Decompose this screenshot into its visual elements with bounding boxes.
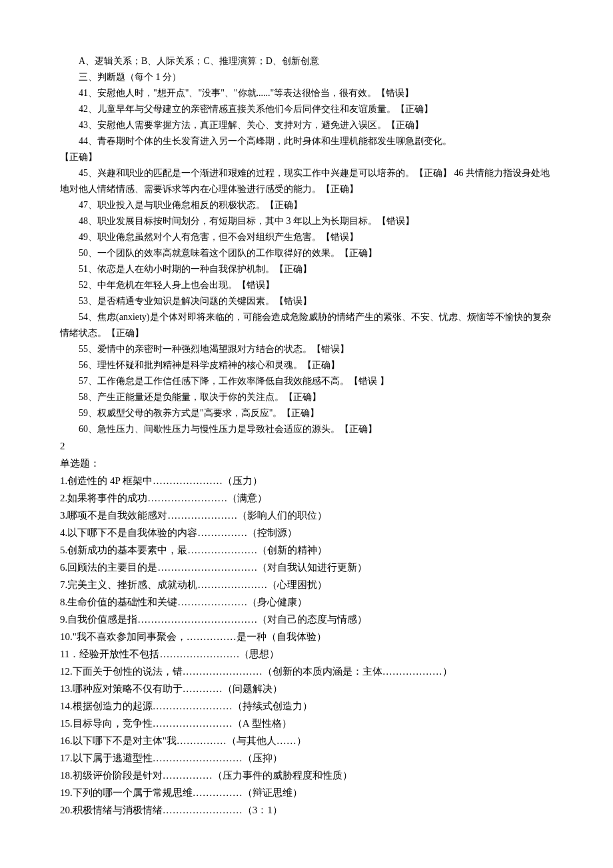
mc-question: 1.创造性的 4P 框架中…………………（压力） bbox=[60, 472, 553, 489]
judge-item: 60、急性压力、间歇性压力与慢性压力是导致社会适应的源头。【正确】 bbox=[60, 421, 553, 437]
mc-question: 14.根据创造力的起源……………………（持续式创造力） bbox=[60, 697, 553, 715]
judge-item: 58、产生正能量还是负能量，取决于你的关注点。【正确】 bbox=[60, 389, 553, 405]
judge-item: 47、职业投入是与职业倦怠相反的积极状态。【正确】 bbox=[60, 197, 553, 213]
judge-item: 53、是否精通专业知识是解决问题的关键因素。【错误】 bbox=[60, 293, 553, 309]
mc-options: A、逻辑关系；B、人际关系；C、推理演算；D、创新创意 bbox=[60, 53, 553, 69]
mc-question: 20.积极情绪与消极情绪……………………（3：1） bbox=[60, 801, 553, 819]
mc-question: 5.创新成功的基本要素中，最…………………（创新的精神） bbox=[60, 541, 553, 559]
mc-question: 2.如果将事件的成功……………………（满意） bbox=[60, 489, 553, 507]
judge-item: 57、工作倦怠是工作信任感下降，工作效率降低自我效能感不高。【错误 】 bbox=[60, 373, 553, 389]
judge-item: 49、职业倦怠虽然对个人有危害，但不会对组织产生危害。【错误】 bbox=[60, 229, 553, 245]
mc-question: 11．经验开放性不包括……………………（思想） bbox=[60, 645, 553, 663]
judge-item: 52、中年危机在年轻人身上也会出现。【错误】 bbox=[60, 277, 553, 293]
judge-item: 41、安慰他人时，"想开点"、"没事"、"你就......"等表达很恰当，很有效… bbox=[60, 85, 553, 101]
judge-item: 51、依恋是人在幼小时期的一种自我保护机制。【正确】 bbox=[60, 261, 553, 277]
section2-number: 2 bbox=[60, 437, 553, 455]
judge-item: 42、儿童早年与父母建立的亲密情感直接关系他们今后同伴交往和友谊质量。【正确】 bbox=[60, 101, 553, 117]
judge-item-45-46: 45、兴趣和职业的匹配是一个渐进和艰难的过程，现实工作中兴趣是可以培养的。【正确… bbox=[60, 165, 553, 197]
mc-question: 16.以下哪下不是对主体"我……………（与其他人……） bbox=[60, 732, 553, 749]
mc-question: 17.以下属于逃避型性………………………（压抑） bbox=[60, 749, 553, 767]
mc-question: 9.自我价值感是指………………………………（对自己的态度与情感） bbox=[60, 611, 553, 628]
judge-item: 44、青春期时个体的生长发育进入另一个高峰期，此时身体和生理机能都发生聊急剧变化… bbox=[60, 133, 553, 149]
judge-item-tail: 【正确】 bbox=[60, 149, 553, 165]
judge-item: 59、权威型父母的教养方式是"高要求，高反应"。【正确】 bbox=[60, 405, 553, 421]
mc-question: 10."我不喜欢参加同事聚会，……………是一种（自我体验） bbox=[60, 628, 553, 645]
mc-question: 19.下列的哪一个属于常规思维……………（辩证思维） bbox=[60, 784, 553, 801]
mc-question: 12.下面关于创性的说法，错……………………（创新的本质内涵是：主体………………… bbox=[60, 663, 553, 680]
mc-question: 8.生命价值的基础性和关键…………………（身心健康） bbox=[60, 593, 553, 611]
section2-heading: 单选题： bbox=[60, 455, 553, 472]
judge-item: 56、理性怀疑和批判精神是科学皮精神的核心和灵魂。【正确】 bbox=[60, 357, 553, 373]
mc-question: 3.哪项不是自我效能感对…………………（影响人们的职位） bbox=[60, 507, 553, 524]
judge-item: 50、一个团队的效率高就意味着这个团队的工作取得好的效果。【正确】 bbox=[60, 245, 553, 261]
judge-item: 55、爱情中的亲密时一种强烈地渴望跟对方结合的状态。【错误】 bbox=[60, 341, 553, 357]
mc-question: 13.哪种应对策略不仅有助于…………（问题解决） bbox=[60, 680, 553, 697]
mc-question: 6.回顾法的主要目的是…………………………（对自我认知进行更新） bbox=[60, 559, 553, 576]
judge-item: 48、职业发展目标按时间划分，有短期目标，其中 3 年以上为长期目标。【错误】 bbox=[60, 213, 553, 229]
judge-item-54: 54、焦虑(anxiety)是个体对即将来临的，可能会造成危险威胁的情绪产生的紧… bbox=[60, 309, 553, 341]
judge-item: 43、安慰他人需要掌握方法，真正理解、关心、支持对方，避免进入误区。【正确】 bbox=[60, 117, 553, 133]
mc-question: 7.完美主义、挫折感、成就动机…………………（心理困扰） bbox=[60, 576, 553, 593]
mc-question: 15.目标导向，竞争性……………………（A 型性格） bbox=[60, 715, 553, 732]
mc-question: 4.以下哪下不是自我体验的内容……………（控制源） bbox=[60, 524, 553, 541]
mc-question: 18.初级评价阶段是针对……………（压力事件的威胁程度和性质） bbox=[60, 767, 553, 784]
section-heading-judgement: 三、判断题（每个 1 分） bbox=[60, 69, 553, 85]
